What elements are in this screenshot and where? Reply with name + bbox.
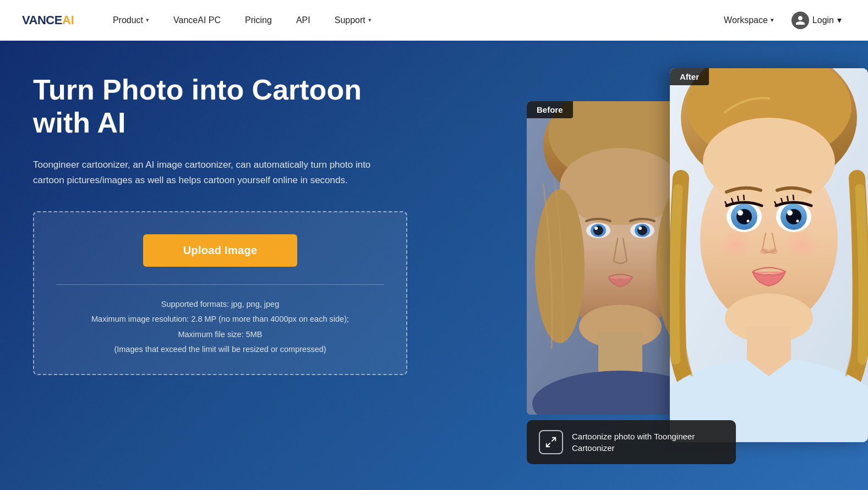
navbar: VANCE AI Product ▾ VanceAI PC Pricing AP… [0,0,868,41]
svg-point-4 [560,148,681,225]
svg-point-16 [535,189,585,343]
resize-note: (Images that exceed the limit will be re… [56,342,384,357]
svg-point-44 [769,249,778,254]
svg-point-24 [783,230,821,258]
logo[interactable]: VANCE AI [22,13,74,27]
before-label: Before [527,101,573,118]
svg-point-31 [738,210,743,216]
after-label: After [670,68,709,85]
svg-point-22 [703,118,835,206]
tooltip-text: Cartoonize photo with Toongineer Cartoon… [572,431,724,454]
svg-point-43 [760,249,769,254]
supported-formats: Supported formats: jpg, png, jpeg [56,297,384,312]
logo-vance: VANCE [22,13,62,27]
hero-description: Toongineer cartoonizer, an AI image cart… [33,157,385,188]
svg-point-10 [637,225,647,235]
expand-icon [539,430,563,454]
svg-point-32 [787,210,793,216]
hero-section: Turn Photo into Cartoon with AI Toongine… [0,41,868,490]
chevron-down-icon: ▾ [771,16,774,24]
hero-title: Turn Photo into Cartoon with AI [33,74,407,140]
image-comparison: Before [527,68,868,481]
hero-content: Turn Photo into Cartoon with AI Toongine… [33,74,407,375]
nav-links: Product ▾ VanceAI PC Pricing API Support… [101,0,715,41]
svg-point-11 [594,227,598,230]
svg-point-23 [717,230,755,258]
nav-item-vanceai-pc[interactable]: VanceAI PC [161,0,233,41]
chevron-down-icon: ▾ [368,16,372,24]
svg-line-48 [547,443,550,447]
nav-item-api[interactable]: API [284,0,323,41]
svg-line-47 [552,438,555,441]
svg-line-42 [793,195,794,200]
svg-point-33 [747,220,750,223]
navbar-right: Workspace ▾ Login ▾ [715,12,846,29]
chevron-down-icon: ▾ [146,16,149,24]
nav-item-product[interactable]: Product ▾ [101,0,161,41]
chevron-down-icon: ▾ [837,15,842,25]
after-image: After [670,68,868,442]
svg-line-38 [744,195,744,200]
max-resolution: Maximum image resolution: 2.8 MP (no mor… [56,312,384,327]
max-filesize: Maximum file size: 5MB [56,327,384,343]
svg-point-9 [593,225,603,235]
cartoon-tooltip: Cartoonize photo with Toongineer Cartoon… [527,420,736,464]
svg-point-12 [638,227,642,230]
login-button[interactable]: Login ▾ [787,12,846,29]
upload-info: Supported formats: jpg, png, jpeg Maximu… [56,297,384,357]
upload-dropzone: Upload Image Supported formats: jpg, png… [33,211,407,375]
svg-point-34 [796,220,799,223]
logo-ai: AI [62,13,74,27]
workspace-button[interactable]: Workspace ▾ [715,15,783,25]
user-avatar-icon [791,12,809,29]
upload-image-button[interactable]: Upload Image [143,234,297,267]
divider [56,284,384,285]
nav-item-pricing[interactable]: Pricing [233,0,284,41]
nav-item-support[interactable]: Support ▾ [323,0,384,41]
